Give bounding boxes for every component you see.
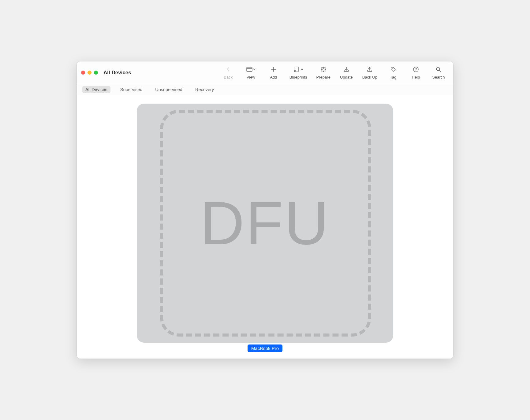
back-button: Back bbox=[222, 66, 235, 79]
device-label[interactable]: MacBook Pro bbox=[248, 344, 282, 352]
tag-label: Tag bbox=[390, 75, 397, 79]
prepare-button[interactable]: Prepare bbox=[316, 66, 330, 79]
add-label: Add bbox=[270, 75, 277, 79]
svg-line-14 bbox=[325, 68, 325, 68]
update-label: Update bbox=[340, 75, 353, 79]
plus-icon bbox=[271, 66, 276, 73]
window-icon bbox=[246, 66, 256, 73]
traffic-lights bbox=[81, 71, 98, 75]
window-title: All Devices bbox=[103, 70, 131, 76]
filter-tab-all-devices[interactable]: All Devices bbox=[82, 86, 110, 93]
help-label: Help bbox=[412, 75, 420, 79]
filter-tab-unsupervised[interactable]: Unsupervised bbox=[152, 86, 185, 93]
search-button[interactable]: Search bbox=[432, 66, 445, 79]
titlebar: All Devices Back View bbox=[77, 61, 453, 84]
filter-bar: All Devices Supervised Unsupervised Reco… bbox=[77, 84, 453, 95]
blueprints-button[interactable]: Blueprints bbox=[289, 66, 307, 79]
device-tile[interactable]: DFU bbox=[137, 104, 393, 343]
help-icon bbox=[413, 66, 419, 73]
filter-tab-recovery[interactable]: Recovery bbox=[192, 86, 217, 93]
gear-icon bbox=[320, 66, 327, 73]
toolbar: Back View Add bbox=[222, 66, 449, 79]
dfu-mode-text: DFU bbox=[200, 188, 330, 258]
add-button[interactable]: Add bbox=[267, 66, 280, 79]
svg-rect-0 bbox=[247, 67, 252, 72]
help-button[interactable]: Help bbox=[409, 66, 423, 79]
minimize-button[interactable] bbox=[88, 71, 91, 75]
svg-line-13 bbox=[321, 71, 322, 72]
search-label: Search bbox=[432, 75, 445, 79]
backup-label: Back Up bbox=[362, 75, 377, 79]
search-icon bbox=[435, 66, 442, 73]
svg-point-18 bbox=[436, 67, 440, 71]
download-icon bbox=[343, 66, 349, 73]
close-button[interactable] bbox=[81, 71, 85, 75]
zoom-button[interactable] bbox=[94, 71, 98, 75]
svg-line-11 bbox=[321, 68, 322, 68]
svg-line-19 bbox=[439, 70, 441, 72]
back-label: Back bbox=[224, 75, 233, 79]
upload-icon bbox=[367, 66, 373, 73]
svg-point-6 bbox=[323, 69, 324, 70]
backup-button[interactable]: Back Up bbox=[362, 66, 377, 79]
svg-point-17 bbox=[416, 71, 416, 71]
prepare-label: Prepare bbox=[316, 75, 330, 79]
tag-icon bbox=[390, 66, 396, 73]
update-button[interactable]: Update bbox=[340, 66, 353, 79]
svg-line-12 bbox=[325, 71, 325, 72]
content-area: DFU MacBook Pro bbox=[77, 95, 453, 359]
blueprints-label: Blueprints bbox=[289, 75, 307, 79]
view-button[interactable]: View bbox=[244, 66, 258, 79]
view-label: View bbox=[247, 75, 255, 79]
blueprint-icon bbox=[293, 66, 303, 73]
app-window: All Devices Back View bbox=[77, 61, 453, 359]
svg-point-15 bbox=[392, 68, 393, 69]
filter-tab-supervised[interactable]: Supervised bbox=[117, 86, 146, 93]
tag-button[interactable]: Tag bbox=[386, 66, 400, 79]
svg-point-5 bbox=[321, 68, 325, 72]
chevron-left-icon bbox=[226, 66, 230, 73]
